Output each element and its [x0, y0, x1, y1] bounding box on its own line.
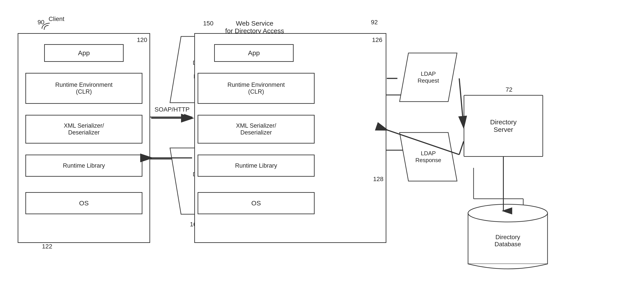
cylinder-shape [464, 201, 552, 274]
svg-point-14 [468, 204, 548, 222]
ldap-response-shape [398, 130, 459, 183]
ref-92: 92 [371, 19, 378, 26]
client-ref: 90 [38, 19, 44, 26]
diagram: Client 90 120 App Runtime Environment (C… [0, 0, 644, 284]
runtime-env-right: Runtime Environment (CLR) [198, 73, 314, 104]
svg-marker-11 [400, 53, 457, 102]
ldap-request-para: LDAP Request [398, 51, 459, 104]
runtime-lib-right: Runtime Library [198, 154, 314, 177]
ref-126: 126 [372, 36, 382, 44]
svg-line-22 [459, 141, 464, 154]
dir-server-box: Directory Server [464, 95, 543, 157]
ref-122: 122 [42, 243, 52, 250]
app-box-left: App [44, 44, 124, 62]
xml-serial-left: XML Serializer/ Deserializer [26, 115, 142, 144]
svg-line-21 [459, 78, 464, 127]
os-right: OS [198, 192, 314, 214]
ldap-response-para: LDAP Response [398, 130, 459, 183]
runtime-lib-left: Runtime Library [26, 154, 142, 177]
ref-72: 72 [506, 86, 512, 93]
runtime-env-left: Runtime Environment (CLR) [26, 73, 142, 104]
app-box-right: App [214, 44, 294, 62]
svg-marker-12 [400, 132, 457, 181]
xml-serial-right: XML Serializer/ Deserializer [198, 115, 314, 144]
dir-database-cylinder: Directory Database [464, 201, 552, 274]
ldap-request-shape [398, 51, 459, 104]
web-service-label: Web Service for Directory Access [225, 12, 284, 35]
ref-120: 120 [137, 36, 147, 44]
ref-150: 150 [203, 20, 214, 27]
soap-http-label: SOAP/HTTP [154, 106, 190, 113]
client-label: Client [48, 16, 64, 22]
ref-128: 128 [373, 176, 384, 183]
os-left: OS [26, 192, 142, 214]
